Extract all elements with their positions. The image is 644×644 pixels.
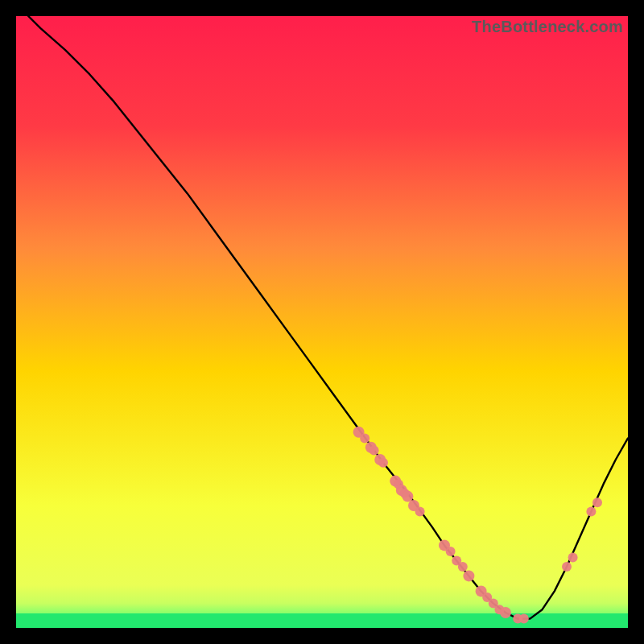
highlight-point: [369, 446, 379, 456]
chart-frame: TheBottleneck.com: [16, 16, 628, 628]
highlight-point: [446, 547, 456, 556]
highlight-point: [378, 458, 388, 468]
highlight-point: [592, 497, 602, 507]
highlight-point: [562, 562, 572, 572]
bottleneck-chart: [16, 16, 628, 628]
highlight-point: [415, 507, 425, 517]
highlight-point: [586, 507, 596, 517]
gradient-background: [16, 16, 628, 628]
green-bottom-band: [16, 613, 628, 628]
highlight-point: [458, 562, 468, 572]
highlight-point: [500, 607, 511, 618]
highlight-point: [568, 553, 578, 563]
watermark-text: TheBottleneck.com: [472, 18, 623, 36]
highlight-point: [360, 433, 369, 443]
highlight-point: [402, 491, 413, 502]
highlight-point: [463, 570, 474, 581]
highlight-point: [519, 614, 529, 624]
